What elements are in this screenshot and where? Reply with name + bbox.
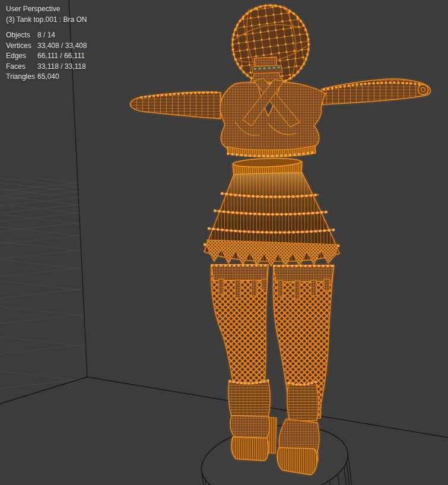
choker-band[interactable] [252, 65, 282, 74]
right-hand[interactable] [418, 85, 428, 95]
floor-edge-left [0, 377, 87, 404]
left-boot-cuff [228, 380, 270, 418]
right-boot-cuff [287, 381, 319, 421]
left-boot-platform [231, 437, 269, 461]
right-platform-boot[interactable] [277, 381, 319, 475]
left-platform-boot[interactable] [228, 380, 277, 461]
scene-canvas[interactable] [0, 0, 448, 485]
left-boot-upper [230, 416, 269, 438]
tank-top-mesh[interactable] [220, 78, 326, 157]
character-model[interactable] [131, 1, 431, 475]
petticoat-ruffle[interactable] [207, 240, 338, 267]
wall-corner-edge [69, 0, 87, 377]
3d-viewport[interactable]: User Perspective (3) Tank top.001 : Bra … [0, 0, 448, 485]
left-arm-mesh[interactable] [131, 92, 221, 119]
floor-grid [0, 174, 87, 388]
right-arm-mesh[interactable] [322, 79, 430, 104]
